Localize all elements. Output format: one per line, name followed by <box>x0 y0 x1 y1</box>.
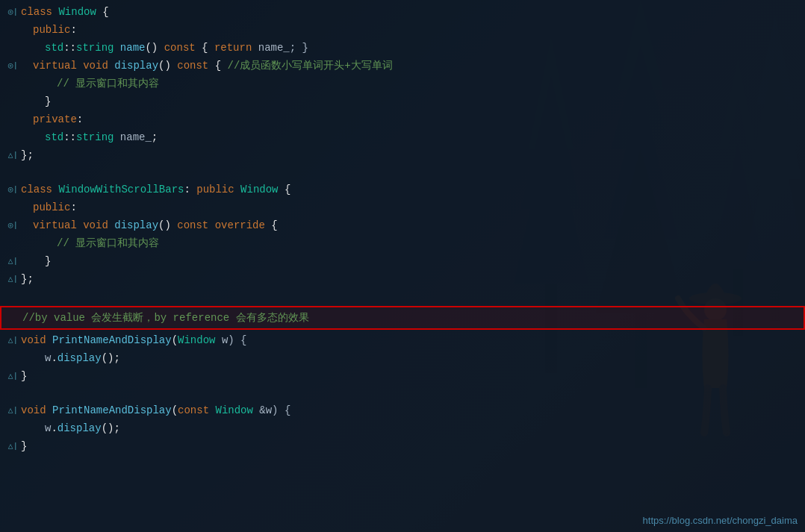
code-line: w.display(); <box>0 349 805 367</box>
line-content: void PrintNameAndDisplay(Window w) { <box>21 332 805 348</box>
line-content: // 显示窗口和其内容 <box>21 75 805 92</box>
code-line: △|void PrintNameAndDisplay(const Window … <box>0 401 805 419</box>
line-content: std::string name_; <box>21 129 805 145</box>
line-content: } <box>21 368 805 384</box>
line-content: } <box>21 438 805 454</box>
line-gutter: △| <box>0 438 21 454</box>
code-line: △|} <box>0 437 805 455</box>
code-line: △|}; <box>0 270 805 288</box>
code-line: //by value 会发生截断，by reference 会有多态的效果 <box>0 306 805 330</box>
line-content: w.display(); <box>21 420 805 436</box>
line-content: class WindowWithScrollBars: public Windo… <box>21 181 805 198</box>
line-gutter: ◎| <box>0 57 21 74</box>
line-content: std::string name() const { return name_;… <box>21 40 805 56</box>
code-line: std::string name_; <box>0 128 805 146</box>
line-content: public: <box>21 22 805 38</box>
line-content: }; <box>21 271 805 287</box>
code-line: } <box>0 93 805 110</box>
code-line: ◎|class WindowWithScrollBars: public Win… <box>0 181 805 198</box>
line-content: class Window { <box>21 4 805 20</box>
line-content: // 显示窗口和其内容 <box>21 235 805 251</box>
line-content: } <box>21 253 805 269</box>
code-line: ◎|virtual void display() const override … <box>0 216 805 234</box>
code-line: △|}; <box>0 146 805 164</box>
code-line: △|} <box>0 252 805 270</box>
line-gutter: △| <box>0 368 21 384</box>
line-gutter: △| <box>0 253 21 269</box>
line-content: public: <box>21 199 805 216</box>
line-gutter: △| <box>0 332 21 348</box>
code-container: ◎|class Window {public:std::string name(… <box>0 0 805 532</box>
code-line: △|} <box>0 367 805 385</box>
watermark: https://blog.csdn.net/chongzi_daima <box>643 515 798 526</box>
code-line: public: <box>0 21 805 39</box>
code-line: ◎|virtual void display() const { //成员函数小… <box>0 57 805 75</box>
line-content: //by value 会发生截断，by reference 会有多态的效果 <box>22 308 804 328</box>
code-line: ◎|class Window { <box>0 3 805 21</box>
line-content: virtual void display() const { //成员函数小写单… <box>21 57 805 74</box>
line-content: } <box>21 93 805 110</box>
line-gutter: ◎| <box>0 4 21 20</box>
line-gutter: △| <box>0 402 21 419</box>
code-line <box>0 288 805 304</box>
line-content: }; <box>21 147 805 163</box>
code-line: w.display(); <box>0 419 805 437</box>
line-content: private: <box>21 111 805 128</box>
line-gutter: △| <box>0 271 21 287</box>
code-line: // 显示窗口和其内容 <box>0 234 805 252</box>
line-gutter: △| <box>0 147 21 163</box>
code-line: △|void PrintNameAndDisplay(Window w) { <box>0 331 805 349</box>
code-line <box>0 385 805 401</box>
line-gutter: ◎| <box>0 181 21 198</box>
code-line: private: <box>0 110 805 128</box>
line-gutter: ◎| <box>0 217 21 234</box>
line-content: void PrintNameAndDisplay(const Window &w… <box>21 402 805 419</box>
code-line: // 显示窗口和其内容 <box>0 75 805 93</box>
code-line: std::string name() const { return name_;… <box>0 39 805 57</box>
line-content: w.display(); <box>21 350 805 366</box>
code-line <box>0 164 805 181</box>
line-content: virtual void display() const override { <box>21 217 805 234</box>
code-line: public: <box>0 198 805 216</box>
